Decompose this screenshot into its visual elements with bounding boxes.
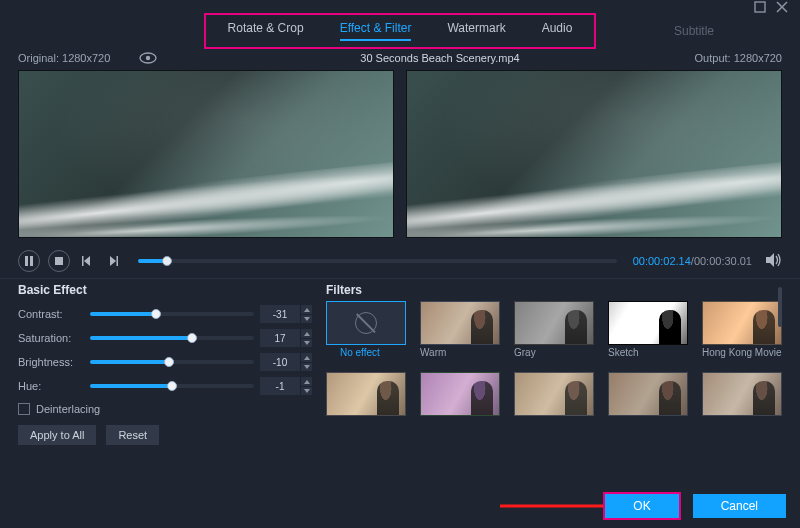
stop-button[interactable] <box>48 250 70 272</box>
window-controls <box>0 0 800 10</box>
filter-hk-label: Hong Kong Movie <box>702 347 782 358</box>
lower-panel: Basic Effect Contrast: -31 Saturation: 1… <box>0 278 800 448</box>
deinterlacing-row[interactable]: Deinterlacing <box>18 403 312 415</box>
svg-marker-16 <box>304 341 310 345</box>
svg-point-4 <box>146 56 150 60</box>
reset-button[interactable]: Reset <box>106 425 159 445</box>
hue-stepper[interactable]: -1 <box>260 377 312 395</box>
saturation-label: Saturation: <box>18 332 84 344</box>
filter-gray[interactable]: Gray <box>514 301 594 358</box>
filter-warm[interactable]: Warm <box>420 301 500 358</box>
saturation-value: 17 <box>260 329 300 347</box>
contrast-row: Contrast: -31 <box>18 305 312 323</box>
deinterlacing-checkbox[interactable] <box>18 403 30 415</box>
maximize-icon[interactable] <box>754 1 768 15</box>
play-pause-button[interactable] <box>18 250 40 272</box>
contrast-stepper[interactable]: -31 <box>260 305 312 323</box>
tab-subtitle[interactable]: Subtitle <box>674 24 714 38</box>
chevron-up-icon[interactable] <box>300 353 312 362</box>
filter-row2-d[interactable] <box>608 368 688 416</box>
svg-marker-20 <box>304 389 310 393</box>
tab-watermark[interactable]: Watermark <box>429 17 523 45</box>
filename: 30 Seconds Beach Scenery.mp4 <box>218 52 662 64</box>
filter-no-effect-label: No effect <box>340 347 406 358</box>
svg-rect-6 <box>30 256 33 266</box>
svg-marker-14 <box>304 317 310 321</box>
svg-marker-13 <box>304 308 310 312</box>
original-resolution: Original: 1280x720 <box>18 52 110 64</box>
filter-sketch[interactable]: Sketch <box>608 301 688 358</box>
filter-sketch-label: Sketch <box>608 347 688 358</box>
svg-marker-18 <box>304 365 310 369</box>
filters-scrollbar[interactable] <box>778 287 782 448</box>
filter-row2-c[interactable] <box>514 368 594 416</box>
time-readout: 00:00:02.14/00:00:30.01 <box>633 255 752 267</box>
output-resolution: Output: 1280x720 <box>662 52 782 64</box>
tab-rotate-crop[interactable]: Rotate & Crop <box>210 17 322 45</box>
svg-rect-5 <box>25 256 28 266</box>
hue-slider[interactable] <box>90 384 254 388</box>
filters-panel: Filters No effect Warm Gray Sketch <box>326 283 782 444</box>
timeline-slider[interactable] <box>138 259 617 263</box>
basic-effect-title: Basic Effect <box>18 283 312 297</box>
saturation-slider[interactable] <box>90 336 254 340</box>
brightness-label: Brightness: <box>18 356 84 368</box>
info-strip: Original: 1280x720 30 Seconds Beach Scen… <box>0 48 800 68</box>
no-effect-icon <box>355 312 377 334</box>
brightness-slider[interactable] <box>90 360 254 364</box>
time-total: 00:00:30.01 <box>694 255 752 267</box>
bottom-bar: OK Cancel <box>603 492 786 520</box>
prev-frame-button[interactable] <box>78 252 96 270</box>
chevron-down-icon[interactable] <box>300 386 312 395</box>
annotation-arrow <box>500 497 620 515</box>
chevron-up-icon[interactable] <box>300 305 312 314</box>
filter-warm-label: Warm <box>420 347 500 358</box>
contrast-slider[interactable] <box>90 312 254 316</box>
tabs-row: Rotate & Crop Effect & Filter Watermark … <box>0 14 800 48</box>
ok-button[interactable]: OK <box>603 492 680 520</box>
filter-row2-b[interactable] <box>420 368 500 416</box>
time-current: 00:00:02.14 <box>633 255 691 267</box>
brightness-stepper[interactable]: -10 <box>260 353 312 371</box>
svg-rect-0 <box>755 2 765 12</box>
svg-marker-19 <box>304 380 310 384</box>
chevron-up-icon[interactable] <box>300 377 312 386</box>
filter-row2-e[interactable] <box>702 368 782 416</box>
chevron-down-icon[interactable] <box>300 362 312 371</box>
filter-gray-label: Gray <box>514 347 594 358</box>
close-icon[interactable] <box>776 1 790 15</box>
volume-icon[interactable] <box>766 253 782 269</box>
hue-value: -1 <box>260 377 300 395</box>
chevron-down-icon[interactable] <box>300 338 312 347</box>
contrast-value: -31 <box>260 305 300 323</box>
saturation-stepper[interactable]: 17 <box>260 329 312 347</box>
tabs-highlight: Rotate & Crop Effect & Filter Watermark … <box>204 13 597 49</box>
svg-rect-7 <box>55 257 63 265</box>
tab-audio[interactable]: Audio <box>524 17 591 45</box>
chevron-up-icon[interactable] <box>300 329 312 338</box>
preview-area <box>0 68 800 244</box>
filters-title: Filters <box>326 283 782 297</box>
preview-original <box>18 70 394 238</box>
contrast-label: Contrast: <box>18 308 84 320</box>
preview-eye-icon[interactable] <box>138 52 156 64</box>
filter-row2-a[interactable] <box>326 368 406 416</box>
brightness-value: -10 <box>260 353 300 371</box>
svg-marker-8 <box>84 256 90 266</box>
filter-hong-kong[interactable]: Hong Kong Movie <box>702 301 782 358</box>
svg-rect-11 <box>117 256 119 266</box>
tab-effect-filter[interactable]: Effect & Filter <box>322 17 430 45</box>
svg-marker-12 <box>766 253 774 267</box>
apply-all-button[interactable]: Apply to All <box>18 425 96 445</box>
filter-no-effect[interactable]: No effect <box>326 301 406 358</box>
saturation-row: Saturation: 17 <box>18 329 312 347</box>
svg-marker-15 <box>304 332 310 336</box>
brightness-row: Brightness: -10 <box>18 353 312 371</box>
basic-effect-panel: Basic Effect Contrast: -31 Saturation: 1… <box>18 283 312 444</box>
chevron-down-icon[interactable] <box>300 314 312 323</box>
next-frame-button[interactable] <box>104 252 122 270</box>
transport-bar: 00:00:02.14/00:00:30.01 <box>0 244 800 278</box>
hue-label: Hue: <box>18 380 84 392</box>
svg-marker-17 <box>304 356 310 360</box>
cancel-button[interactable]: Cancel <box>693 494 786 518</box>
